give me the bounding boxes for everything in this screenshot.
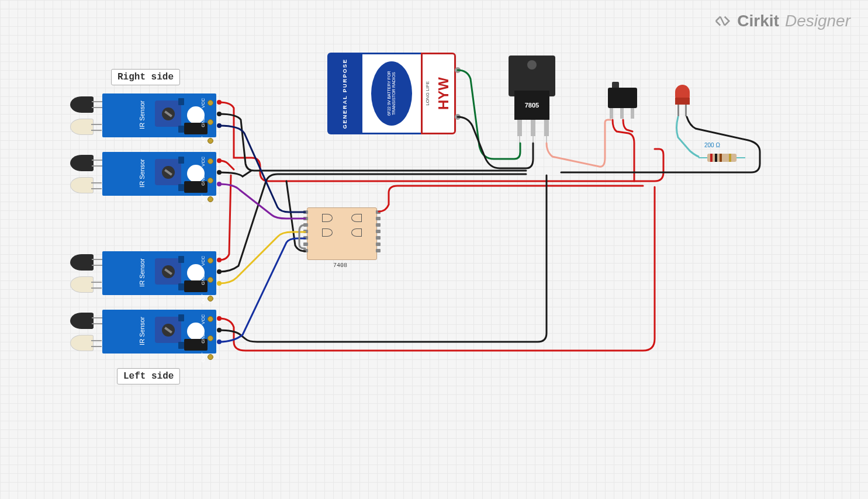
battery-general-purpose: GENERAL PURPOSE xyxy=(342,58,348,129)
ic-pin-12[interactable] xyxy=(376,223,381,227)
ic-pin-11[interactable] xyxy=(376,230,381,233)
ir2-pin-vcc[interactable] xyxy=(208,158,213,164)
battery-longlife: LONG LIFE xyxy=(425,81,430,106)
ir-sensor-1[interactable]: IR Sensor VCC GND OUT xyxy=(70,93,216,137)
reg-pin-in[interactable] xyxy=(517,120,522,143)
ir1-pin-out[interactable] xyxy=(208,138,213,144)
regulator-label: 7805 xyxy=(525,102,539,109)
node xyxy=(217,328,222,332)
ir-sensor-3-label: IR Sensor xyxy=(139,258,146,287)
ir-sensor-2[interactable]: IR Sensor VCC GND OUT xyxy=(70,152,216,196)
ir3-pin-vcc[interactable] xyxy=(208,258,213,264)
ir4-pin-out[interactable] xyxy=(208,354,213,360)
ir-sensor-3[interactable]: IR Sensor VCC GND OUT xyxy=(70,251,216,295)
label-left-side: Left side xyxy=(117,368,180,384)
node xyxy=(217,100,222,105)
ir-sensor-4[interactable]: IR Sensor VCC GND OUT xyxy=(70,310,216,354)
node xyxy=(217,170,222,175)
ic-pin-9[interactable] xyxy=(376,242,381,246)
circuit-canvas[interactable]: Right side Left side IR Sensor VCC GND O… xyxy=(0,0,868,499)
resistor-200ohm[interactable]: 200 Ω xyxy=(698,151,745,168)
ir1-pin-vcc[interactable] xyxy=(208,100,213,106)
ic-pin-6[interactable] xyxy=(303,242,308,246)
node xyxy=(217,316,222,321)
ir3-pin-out[interactable] xyxy=(208,296,213,302)
ir4-pin-vcc[interactable] xyxy=(208,316,213,322)
ic-7408[interactable]: 7408 xyxy=(307,207,377,260)
sw-pin-1[interactable] xyxy=(610,108,613,119)
ic-pin-13[interactable] xyxy=(376,217,381,220)
ic-pin-14[interactable] xyxy=(376,210,381,214)
ir4-pin-gnd[interactable] xyxy=(208,335,213,341)
battery-terminal-pos[interactable] xyxy=(455,67,461,73)
node xyxy=(217,269,222,274)
ic-pin-8[interactable] xyxy=(376,249,381,252)
battery-spec: 6F22 9V BATTERY FOR TRANSISTOR RADIOS xyxy=(387,61,397,126)
reg-pin-gnd[interactable] xyxy=(531,120,535,143)
battery-terminal-neg[interactable] xyxy=(455,114,461,120)
ic-pin-1[interactable] xyxy=(303,210,308,214)
ic-pin-4[interactable] xyxy=(303,230,308,233)
node xyxy=(217,182,222,186)
ic-7408-label: 7408 xyxy=(333,262,347,269)
ir2-pin-gnd[interactable] xyxy=(208,178,213,183)
ir-sensor-2-label: IR Sensor xyxy=(139,159,146,188)
node xyxy=(217,112,222,116)
ir-sensor-1-label: IR Sensor xyxy=(139,101,146,129)
reg-pin-out[interactable] xyxy=(544,120,549,143)
slide-switch[interactable] xyxy=(605,82,640,117)
node xyxy=(217,123,222,128)
ir1-pin-gnd[interactable] xyxy=(208,119,213,125)
node xyxy=(217,339,222,344)
label-right-side: Right side xyxy=(111,69,180,85)
ic-pin-10[interactable] xyxy=(376,236,381,240)
ic-pin-3[interactable] xyxy=(303,223,308,227)
ir3-pin-gnd[interactable] xyxy=(208,277,213,283)
ic-pin-5[interactable] xyxy=(303,236,308,240)
led-red[interactable] xyxy=(675,85,690,111)
node xyxy=(217,158,222,163)
ic-pin-2[interactable] xyxy=(303,217,308,220)
battery-9v[interactable]: GENERAL PURPOSE 6F22 9V BATTERY FOR TRAN… xyxy=(327,53,456,134)
sw-pin-3[interactable] xyxy=(631,108,634,119)
led-anode[interactable] xyxy=(677,105,679,116)
voltage-regulator-7805[interactable]: 7805 xyxy=(509,56,555,143)
node xyxy=(217,258,222,262)
ic-pin-7[interactable] xyxy=(303,249,308,252)
battery-brand: HYW xyxy=(435,77,452,110)
resistor-value: 200 Ω xyxy=(704,142,720,148)
sw-pin-2[interactable] xyxy=(620,108,624,119)
ir2-pin-out[interactable] xyxy=(208,196,213,202)
node xyxy=(217,281,222,286)
ir-sensor-4-label: IR Sensor xyxy=(139,317,146,345)
led-cathode[interactable] xyxy=(685,105,687,116)
